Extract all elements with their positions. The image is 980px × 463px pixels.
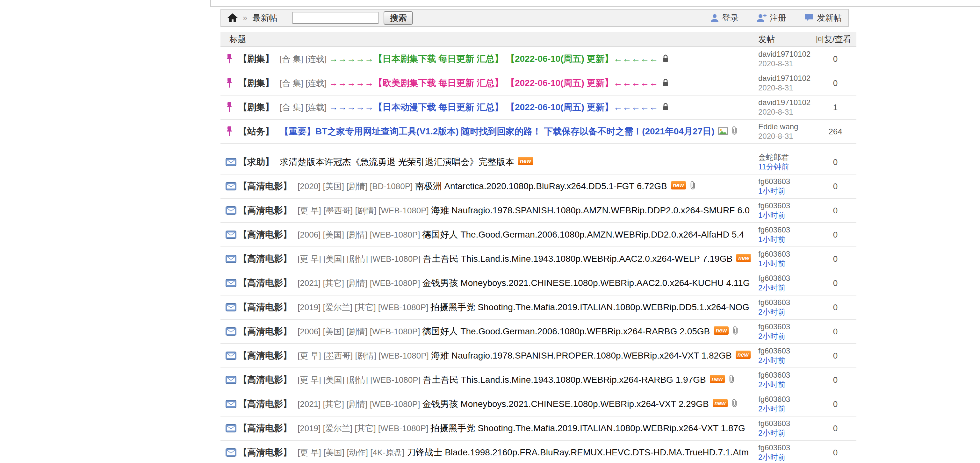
poster-name[interactable]: david19710102 [758,98,815,107]
thread-poster-cell: david19710102 2020-8-31 [751,98,815,117]
page-frame-left-line [210,0,211,6]
reply-count: 1 [815,103,856,113]
col-header-poster: 发帖 [751,34,815,45]
register-link[interactable]: 注册 [756,13,786,24]
thread-title[interactable]: [2021] [其它] [剧情] [WEB-1080P] 金钱男孩 Moneyb… [298,398,738,410]
reply-count: 0 [815,230,856,240]
thread-title[interactable]: [更 早] [美国] [剧情] [WEB-1080P] 吾土吾民 This.La… [298,374,735,386]
envelope-icon [226,352,236,360]
envelope-icon [226,400,236,408]
thread-category[interactable]: 【高清电影】 [238,398,292,410]
poster-name[interactable]: fg603603 [758,370,815,380]
title-segment: [2020] [美国] [剧情] [BD-1080P] [298,181,415,191]
title-segment: 求清楚版本许冠杰《急流勇退 光荣引退汇演唱会》完整版本 [280,157,514,167]
title-segment: 吾土吾民 This.Land.is.Mine.1943.1080p.WEBRip… [423,375,706,385]
thread-poster-cell: fg603603 2小时前 [751,274,815,293]
thread-title-cell: 【剧集】 [合 集] [连载] →→→→→【日本剧集下载 每日更新 汇总】 【2… [238,53,751,65]
title-segment: 吾土吾民 This.Land.is.Mine.1943.1080p.WEBRip… [423,254,732,264]
thread-title[interactable]: [合 集] [连载] →→→→→【欧美剧集下载 每日更新 汇总】 【2022-0… [280,77,669,89]
thread-poster-cell: fg603603 2小时前 [751,346,815,365]
thread-title[interactable]: [合 集] [连载] →→→→→【日本动漫下载 每日更新 汇总】 【2022-0… [280,101,669,113]
thread-row: 【剧集】 [合 集] [连载] →→→→→【日本动漫下载 每日更新 汇总】 【2… [221,95,856,120]
thread-category[interactable]: 【剧集】 [238,53,274,65]
poster-name[interactable]: 金蛇郎君 [758,152,815,162]
thread-title[interactable]: [2019] [爱尔兰] [其它] [WEB-1080P] 拍摄黑手党 Shoo… [298,422,745,434]
col-header-title: 标题 [221,34,751,45]
new-post-link[interactable]: 发新帖 [804,13,842,24]
paperclip-icon [732,126,738,135]
poster-name[interactable]: fg603603 [758,419,815,428]
thread-category[interactable]: 【剧集】 [238,77,274,89]
thread-poster-cell: Eddie wang 2020-8-31 [751,122,815,141]
poster-name[interactable]: Eddie wang [758,122,815,132]
thread-category[interactable]: 【站务】 [238,125,274,138]
envelope-icon [226,327,236,336]
search-input[interactable] [293,12,379,24]
thread-poster-cell: fg603603 2小时前 [751,322,815,341]
thread-title[interactable]: [2006] [美国] [剧情] [WEB-1080P] 德国好人 The.Go… [298,228,744,241]
thread-title-cell: 【高清电影】 [2019] [爱尔兰] [其它] [WEB-1080P] 拍摄黑… [238,422,751,434]
thread-row: 【高清电影】 [更 早] [美国] [剧情] [WEB-1080P] 吾土吾民 … [221,368,856,392]
poster-name[interactable]: david19710102 [758,74,815,83]
thread-category[interactable]: 【高清电影】 [238,205,292,217]
poster-name[interactable]: fg603603 [758,298,815,307]
poster-name[interactable]: fg603603 [758,201,815,211]
thread-category[interactable]: 【高清电影】 [238,325,292,338]
thread-title[interactable]: [2020] [美国] [剧情] [BD-1080P] 南极洲 Antarcti… [298,180,696,192]
poster-name[interactable]: fg603603 [758,249,815,259]
post-time: 2小时前 [758,356,815,365]
user-plus-icon [756,14,767,22]
title-segment: [2021] [其它] [剧情] [WEB-1080P] [298,278,422,288]
thread-category[interactable]: 【高清电影】 [238,446,292,458]
thread-title[interactable]: [合 集] [连载] →→→→→【日本剧集下载 每日更新 汇总】 【2022-0… [280,53,669,65]
login-link[interactable]: 登录 [711,13,738,24]
thread-poster-cell: fg603603 2小时前 [751,419,815,438]
home-button[interactable] [228,13,238,22]
thread-title-cell: 【高清电影】 [更 早] [美国] [剧情] [WEB-1080P] 吾土吾民 … [238,253,751,265]
post-time: 2小时前 [758,307,815,317]
poster-name[interactable]: fg603603 [758,346,815,356]
thread-title[interactable]: [更 早] [墨西哥] [剧情] [WEB-1080P] 海难 Naufragi… [298,350,751,362]
poster-name[interactable]: fg603603 [758,225,815,235]
poster-name[interactable]: fg603603 [758,322,815,331]
breadcrumb-current[interactable]: 最新帖 [252,13,277,24]
thread-title[interactable]: 求清楚版本许冠杰《急流勇退 光荣引退汇演唱会》完整版本new [280,156,533,168]
envelope-icon [226,255,236,263]
thread-category[interactable]: 【高清电影】 [238,374,292,386]
toolbar-links: 登录 注册 发新帖 [711,13,842,24]
poster-name[interactable]: fg603603 [758,443,815,452]
thread-title[interactable]: [2006] [美国] [剧情] [WEB-1080P] 德国好人 The.Go… [298,325,739,338]
thread-title[interactable]: [更 早] [美国] [剧情] [WEB-1080P] 吾土吾民 This.La… [298,253,751,265]
thread-category[interactable]: 【高清电影】 [238,422,292,434]
thread-title[interactable]: 【重要】BT之家专用网址查询工具(V1.2版本) 随时找到回家的路！ 下载保存以… [280,125,738,138]
thread-icon-slot [221,182,238,190]
thread-category[interactable]: 【高清电影】 [238,350,292,362]
title-segment: [2006] [美国] [剧情] [WEB-1080P] [298,327,422,336]
thread-category[interactable]: 【高清电影】 [238,180,292,192]
thread-category[interactable]: 【求助】 [238,156,274,168]
thread-title[interactable]: [更 早] [墨西哥] [剧情] [WEB-1080P] 海难 Naufragi… [298,205,750,217]
pin-icon [226,102,233,113]
envelope-icon [226,303,236,311]
reply-count: 0 [815,278,856,288]
thread-title[interactable]: [更 早] [美国] [动作] [4K-原盘] 刀锋战士 Blade.1998.… [298,446,749,458]
thread-icon-slot [221,230,238,239]
thread-category[interactable]: 【高清电影】 [238,301,292,313]
home-icon [228,13,238,22]
thread-title-cell: 【高清电影】 [更 早] [美国] [剧情] [WEB-1080P] 吾土吾民 … [238,374,751,386]
thread-category[interactable]: 【高清电影】 [238,228,292,241]
poster-name[interactable]: fg603603 [758,395,815,404]
poster-name[interactable]: fg603603 [758,274,815,283]
thread-title[interactable]: [2021] [其它] [剧情] [WEB-1080P] 金钱男孩 Moneyb… [298,277,750,289]
thread-row: 【高清电影】 [2006] [美国] [剧情] [WEB-1080P] 德国好人… [221,320,856,344]
thread-category[interactable]: 【剧集】 [238,101,274,113]
thread-poster-cell: fg603603 1小时前 [751,201,815,220]
thread-title[interactable]: [2019] [爱尔兰] [其它] [WEB-1080P] 拍摄黑手党 Shoo… [298,301,749,313]
thread-category[interactable]: 【高清电影】 [238,277,292,289]
thread-poster-cell: fg603603 2小时前 [751,298,815,317]
title-segment: 海难 Naufragio.1978.SPANISH.PROPER.1080p.W… [431,350,732,360]
thread-category[interactable]: 【高清电影】 [238,253,292,265]
search-button[interactable]: 搜索 [383,11,413,25]
poster-name[interactable]: david19710102 [758,49,815,59]
poster-name[interactable]: fg603603 [758,177,815,186]
